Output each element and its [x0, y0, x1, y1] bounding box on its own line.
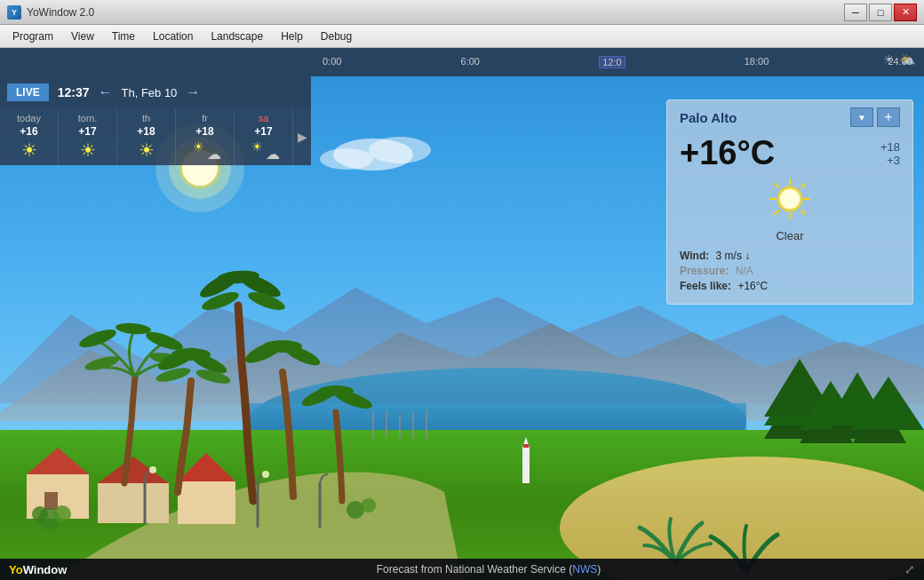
- live-button[interactable]: LIVE: [7, 83, 49, 101]
- sun-icon: [767, 176, 813, 222]
- svg-point-78: [780, 189, 800, 209]
- fc-name-fr: fr: [179, 113, 231, 123]
- svg-point-66: [333, 139, 413, 171]
- city-dropdown-button[interactable]: ▼: [850, 107, 873, 127]
- svg-rect-10: [98, 483, 169, 523]
- nws-link[interactable]: NWS: [572, 563, 597, 576]
- fc-temp-sa: +17: [237, 125, 290, 138]
- svg-point-30: [195, 367, 232, 386]
- svg-point-55: [262, 471, 269, 478]
- bottom-bar: YoWindow Forecast from National Weather …: [0, 559, 924, 580]
- fc-icon-th: ☀: [120, 139, 172, 161]
- menu-item-landscape[interactable]: Landscape: [202, 28, 272, 45]
- svg-marker-51: [853, 377, 924, 430]
- menu-item-debug[interactable]: Debug: [312, 28, 361, 45]
- app-icon: Y: [7, 5, 21, 20]
- svg-point-57: [38, 508, 60, 529]
- svg-point-60: [346, 501, 364, 519]
- svg-rect-12: [178, 481, 235, 524]
- forecast-day-th[interactable]: th +18 ☀: [117, 108, 176, 165]
- svg-marker-1: [0, 288, 924, 403]
- condition-icon-row: [680, 176, 900, 226]
- next-arrow[interactable]: →: [186, 84, 200, 100]
- menu-item-help[interactable]: Help: [272, 28, 312, 45]
- feels-like-row: Feels like: +16°C: [680, 280, 900, 292]
- menu-item-time[interactable]: Time: [103, 28, 144, 45]
- pressure-row: Pressure: N/A: [680, 265, 900, 277]
- fc-icon-today: ☀: [3, 139, 55, 161]
- titlebar: Y YoWindow 2.0 ─ □ ✕: [0, 0, 924, 25]
- svg-point-3: [249, 368, 746, 474]
- svg-marker-2: [0, 323, 924, 421]
- svg-point-67: [369, 137, 431, 163]
- forecast-day-tom[interactable]: tom. +17 ☀: [59, 108, 117, 165]
- svg-marker-50: [853, 394, 906, 443]
- svg-marker-49: [826, 372, 888, 425]
- svg-marker-13: [178, 453, 235, 481]
- forecast-end: ): [597, 563, 601, 576]
- svg-line-75: [801, 184, 805, 187]
- fc-name-th: th: [120, 113, 172, 123]
- logo-window: Window: [23, 563, 68, 576]
- forecast-day-today[interactable]: today +16 ☀: [0, 108, 59, 165]
- prev-arrow[interactable]: ←: [98, 84, 112, 100]
- svg-point-24: [144, 329, 185, 354]
- forecast-strip: today +16 ☀ tom. +17 ☀ th +18 ☀ fr +18: [0, 108, 311, 165]
- date-display: Th, Feb 10: [117, 86, 180, 99]
- temp-range: +18 +3: [880, 140, 900, 167]
- fc-temp-tom: +17: [61, 125, 114, 138]
- fc-temp-today: +16: [3, 125, 55, 138]
- svg-point-29: [188, 349, 229, 377]
- expand-button[interactable]: ⤢: [897, 562, 915, 576]
- weather-panel: Palo Alto ▼ + +16°C +18 +3: [666, 99, 913, 305]
- condition-label: Clear: [680, 229, 900, 242]
- svg-rect-7: [27, 474, 89, 519]
- feels-like-value: +16°C: [737, 280, 768, 292]
- svg-marker-44: [764, 377, 826, 425]
- main-content: 0:00 6:00 12:0 18:00 24:00 ☀ ⛅ LIVE 12:3…: [0, 48, 924, 580]
- svg-point-38: [263, 340, 302, 353]
- svg-marker-48: [826, 390, 880, 439]
- svg-point-25: [148, 351, 185, 368]
- forecast-day-sa[interactable]: sa +17 ☀ ☁: [235, 108, 293, 165]
- svg-rect-9: [44, 492, 58, 510]
- temp-row: +16°C +18 +3: [680, 134, 900, 172]
- temp-low: +3: [880, 154, 900, 167]
- menu-item-location[interactable]: Location: [144, 28, 202, 45]
- fc-temp-fr: +18: [179, 125, 231, 138]
- forecast-day-fr[interactable]: fr +18 ☀ ☁: [176, 108, 235, 165]
- menu-item-view[interactable]: View: [62, 28, 103, 45]
- svg-point-26: [84, 354, 121, 373]
- svg-point-23: [116, 322, 152, 335]
- svg-marker-15: [522, 437, 530, 448]
- wind-value: 3 m/s ↓: [716, 250, 751, 262]
- wind-row: Wind: 3 m/s ↓: [680, 250, 900, 262]
- fc-name-today: today: [3, 113, 55, 123]
- control-strip: LIVE 12:37 ← Th, Feb 10 →: [0, 76, 311, 108]
- time-18: 18:00: [745, 56, 769, 68]
- svg-point-28: [171, 348, 211, 361]
- close-button[interactable]: ✕: [894, 4, 917, 21]
- maximize-button[interactable]: □: [869, 4, 892, 21]
- logo-yo: Yo: [9, 563, 23, 576]
- svg-point-53: [149, 466, 156, 473]
- svg-marker-45: [764, 359, 835, 417]
- svg-line-76: [775, 211, 778, 214]
- feels-like-label: Feels like:: [680, 280, 731, 292]
- city-name: Palo Alto: [680, 110, 847, 125]
- weather-header: Palo Alto ▼ +: [680, 107, 900, 127]
- minimize-button[interactable]: ─: [844, 4, 867, 21]
- time-12: 12:0: [599, 56, 625, 68]
- forecast-attribution: Forecast from National Weather Service (…: [80, 563, 897, 576]
- svg-point-68: [320, 148, 373, 170]
- svg-marker-8: [27, 448, 89, 474]
- svg-point-34: [235, 269, 283, 301]
- add-city-button[interactable]: +: [877, 107, 900, 127]
- svg-point-27: [155, 344, 200, 375]
- wind-label: Wind:: [680, 250, 709, 262]
- menu-item-program[interactable]: Program: [4, 28, 62, 45]
- svg-rect-14: [522, 448, 530, 483]
- svg-marker-47: [800, 381, 862, 430]
- forecast-expand[interactable]: ▶: [293, 108, 311, 165]
- pressure-label: Pressure:: [680, 265, 729, 277]
